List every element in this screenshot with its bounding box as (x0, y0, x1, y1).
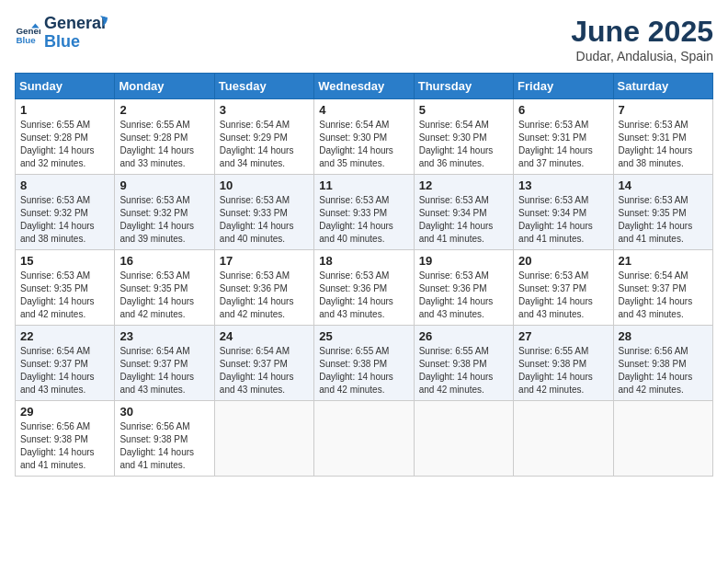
day-number: 4 (319, 103, 408, 117)
day-number: 27 (518, 329, 608, 343)
day-number: 20 (518, 254, 608, 268)
day-info: Sunrise: 6:56 AM Sunset: 9:38 PM Dayligh… (20, 420, 109, 472)
location: Dudar, Andalusia, Spain (571, 49, 713, 63)
table-row: 22Sunrise: 6:54 AM Sunset: 9:37 PM Dayli… (16, 326, 115, 401)
day-info: Sunrise: 6:53 AM Sunset: 9:34 PM Dayligh… (518, 194, 608, 246)
day-info: Sunrise: 6:53 AM Sunset: 9:32 PM Dayligh… (20, 194, 109, 246)
table-row: 11Sunrise: 6:53 AM Sunset: 9:33 PM Dayli… (314, 175, 414, 250)
day-info: Sunrise: 6:53 AM Sunset: 9:37 PM Dayligh… (518, 270, 608, 321)
day-info: Sunrise: 6:53 AM Sunset: 9:31 PM Dayligh… (619, 119, 708, 170)
table-row: 15Sunrise: 6:53 AM Sunset: 9:35 PM Dayli… (16, 250, 115, 326)
day-number: 14 (619, 178, 708, 192)
day-number: 15 (20, 254, 109, 268)
col-tuesday: Tuesday (214, 74, 313, 99)
day-info: Sunrise: 6:53 AM Sunset: 9:35 PM Dayligh… (119, 270, 209, 321)
day-number: 26 (419, 329, 508, 343)
table-row: 2Sunrise: 6:55 AM Sunset: 9:28 PM Daylig… (115, 99, 214, 175)
day-info: Sunrise: 6:55 AM Sunset: 9:38 PM Dayligh… (319, 345, 408, 396)
day-info: Sunrise: 6:53 AM Sunset: 9:36 PM Dayligh… (319, 270, 408, 321)
day-number: 28 (619, 329, 708, 343)
day-info: Sunrise: 6:53 AM Sunset: 9:31 PM Dayligh… (518, 119, 608, 170)
col-saturday: Saturday (613, 74, 712, 99)
calendar-header-row: Sunday Monday Tuesday Wednesday Thursday… (16, 74, 713, 99)
table-row: 13Sunrise: 6:53 AM Sunset: 9:34 PM Dayli… (514, 175, 613, 250)
day-info: Sunrise: 6:55 AM Sunset: 9:38 PM Dayligh… (518, 345, 608, 396)
calendar-week-row: 22Sunrise: 6:54 AM Sunset: 9:37 PM Dayli… (16, 326, 713, 401)
header: General Blue General Blue June 2025 Duda… (15, 15, 713, 63)
table-row: 7Sunrise: 6:53 AM Sunset: 9:31 PM Daylig… (613, 99, 712, 175)
table-row: 12Sunrise: 6:53 AM Sunset: 9:34 PM Dayli… (414, 175, 513, 250)
day-info: Sunrise: 6:53 AM Sunset: 9:32 PM Dayligh… (119, 194, 209, 246)
table-row: 18Sunrise: 6:53 AM Sunset: 9:36 PM Dayli… (314, 250, 414, 326)
day-number: 17 (220, 254, 309, 268)
day-info: Sunrise: 6:54 AM Sunset: 9:29 PM Dayligh… (220, 119, 309, 170)
day-info: Sunrise: 6:53 AM Sunset: 9:36 PM Dayligh… (419, 270, 508, 321)
calendar-week-row: 1Sunrise: 6:55 AM Sunset: 9:28 PM Daylig… (16, 99, 713, 175)
table-row (514, 401, 613, 477)
table-row: 24Sunrise: 6:54 AM Sunset: 9:37 PM Dayli… (214, 326, 313, 401)
day-number: 13 (518, 178, 608, 192)
day-info: Sunrise: 6:55 AM Sunset: 9:28 PM Dayligh… (20, 119, 109, 170)
day-number: 23 (119, 329, 209, 343)
table-row: 28Sunrise: 6:56 AM Sunset: 9:38 PM Dayli… (613, 326, 712, 401)
col-monday: Monday (115, 74, 214, 99)
col-sunday: Sunday (16, 74, 115, 99)
table-row: 5Sunrise: 6:54 AM Sunset: 9:30 PM Daylig… (414, 99, 513, 175)
day-number: 22 (20, 329, 109, 343)
day-number: 30 (119, 405, 209, 419)
day-info: Sunrise: 6:56 AM Sunset: 9:38 PM Dayligh… (619, 345, 708, 396)
calendar-week-row: 15Sunrise: 6:53 AM Sunset: 9:35 PM Dayli… (16, 250, 713, 326)
col-friday: Friday (514, 74, 613, 99)
day-number: 29 (20, 405, 109, 419)
table-row: 21Sunrise: 6:54 AM Sunset: 9:37 PM Dayli… (613, 250, 712, 326)
day-info: Sunrise: 6:54 AM Sunset: 9:37 PM Dayligh… (619, 270, 708, 321)
day-info: Sunrise: 6:54 AM Sunset: 9:37 PM Dayligh… (20, 345, 109, 396)
logo: General Blue General Blue (15, 15, 109, 52)
day-info: Sunrise: 6:56 AM Sunset: 9:38 PM Dayligh… (119, 420, 209, 472)
day-number: 12 (419, 178, 508, 192)
table-row: 9Sunrise: 6:53 AM Sunset: 9:32 PM Daylig… (115, 175, 214, 250)
table-row: 17Sunrise: 6:53 AM Sunset: 9:36 PM Dayli… (214, 250, 313, 326)
day-number: 9 (119, 178, 209, 192)
calendar-week-row: 8Sunrise: 6:53 AM Sunset: 9:32 PM Daylig… (16, 175, 713, 250)
table-row: 3Sunrise: 6:54 AM Sunset: 9:29 PM Daylig… (214, 99, 313, 175)
day-number: 18 (319, 254, 408, 268)
table-row: 25Sunrise: 6:55 AM Sunset: 9:38 PM Dayli… (314, 326, 414, 401)
day-number: 24 (220, 329, 309, 343)
col-thursday: Thursday (414, 74, 513, 99)
day-info: Sunrise: 6:53 AM Sunset: 9:35 PM Dayligh… (619, 194, 708, 246)
day-number: 25 (319, 329, 408, 343)
table-row: 19Sunrise: 6:53 AM Sunset: 9:36 PM Dayli… (414, 250, 513, 326)
table-row: 1Sunrise: 6:55 AM Sunset: 9:28 PM Daylig… (16, 99, 115, 175)
day-number: 8 (20, 178, 109, 192)
logo-wave-icon (89, 14, 109, 34)
day-info: Sunrise: 6:54 AM Sunset: 9:30 PM Dayligh… (419, 119, 508, 170)
day-number: 21 (619, 254, 708, 268)
day-info: Sunrise: 6:55 AM Sunset: 9:38 PM Dayligh… (419, 345, 508, 396)
day-info: Sunrise: 6:53 AM Sunset: 9:35 PM Dayligh… (20, 270, 109, 321)
day-number: 19 (419, 254, 508, 268)
logo-icon: General Blue (15, 20, 40, 46)
table-row: 4Sunrise: 6:54 AM Sunset: 9:30 PM Daylig… (314, 99, 414, 175)
table-row (613, 401, 712, 477)
day-info: Sunrise: 6:53 AM Sunset: 9:33 PM Dayligh… (319, 194, 408, 246)
table-row (414, 401, 513, 477)
table-row: 27Sunrise: 6:55 AM Sunset: 9:38 PM Dayli… (514, 326, 613, 401)
col-wednesday: Wednesday (314, 74, 414, 99)
table-row: 26Sunrise: 6:55 AM Sunset: 9:38 PM Dayli… (414, 326, 513, 401)
day-number: 11 (319, 178, 408, 192)
day-info: Sunrise: 6:54 AM Sunset: 9:37 PM Dayligh… (220, 345, 309, 396)
day-number: 10 (220, 178, 309, 192)
table-row: 10Sunrise: 6:53 AM Sunset: 9:33 PM Dayli… (214, 175, 313, 250)
day-info: Sunrise: 6:54 AM Sunset: 9:30 PM Dayligh… (319, 119, 408, 170)
table-row: 6Sunrise: 6:53 AM Sunset: 9:31 PM Daylig… (514, 99, 613, 175)
table-row: 14Sunrise: 6:53 AM Sunset: 9:35 PM Dayli… (613, 175, 712, 250)
day-number: 3 (220, 103, 309, 117)
month-title: June 2025 (571, 15, 713, 49)
table-row: 16Sunrise: 6:53 AM Sunset: 9:35 PM Dayli… (115, 250, 214, 326)
table-row: 29Sunrise: 6:56 AM Sunset: 9:38 PM Dayli… (16, 401, 115, 477)
day-info: Sunrise: 6:53 AM Sunset: 9:33 PM Dayligh… (220, 194, 309, 246)
day-number: 7 (619, 103, 708, 117)
table-row: 8Sunrise: 6:53 AM Sunset: 9:32 PM Daylig… (16, 175, 115, 250)
table-row: 30Sunrise: 6:56 AM Sunset: 9:38 PM Dayli… (115, 401, 214, 477)
